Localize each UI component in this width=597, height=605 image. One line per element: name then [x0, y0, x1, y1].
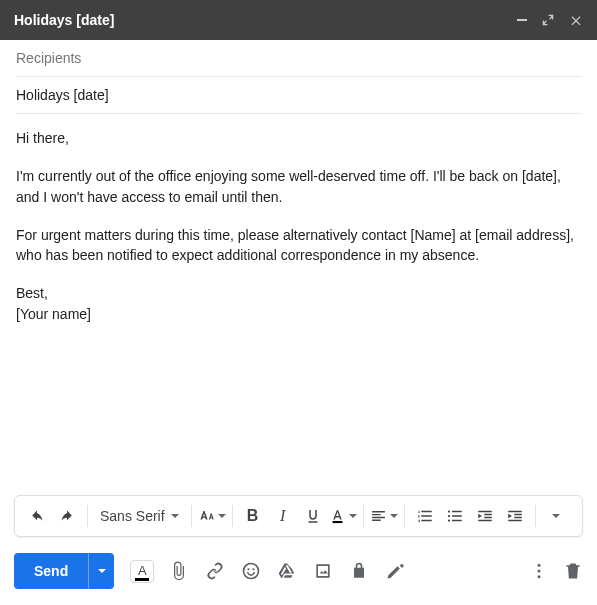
drive-icon [277, 561, 297, 581]
toolbar-separator [535, 505, 536, 527]
svg-point-4 [244, 564, 259, 579]
toolbar-separator [191, 505, 192, 527]
font-family-select[interactable]: Sans Serif [94, 501, 185, 531]
lock-clock-icon [349, 561, 369, 581]
insert-link-button[interactable] [204, 560, 226, 582]
pen-icon [385, 561, 405, 581]
body-closing: Best, [Your name] [16, 283, 581, 324]
compose-title: Holidays [date] [14, 12, 517, 28]
insert-signature-button[interactable] [384, 560, 406, 582]
chevron-down-icon [218, 514, 226, 518]
send-group: Send [14, 553, 114, 589]
send-options-button[interactable] [88, 553, 114, 589]
send-button[interactable]: Send [14, 553, 88, 589]
letter-a-icon: A [138, 564, 147, 577]
discard-draft-button[interactable] [563, 561, 583, 581]
text-color-button[interactable] [329, 501, 357, 531]
svg-point-6 [253, 568, 255, 570]
insert-photo-button[interactable] [312, 560, 334, 582]
chevron-down-icon [552, 514, 560, 518]
insert-emoji-button[interactable] [240, 560, 262, 582]
numbered-list-button[interactable] [411, 501, 439, 531]
toolbar-separator [87, 505, 88, 527]
font-family-label: Sans Serif [100, 508, 165, 524]
svg-point-7 [538, 564, 541, 567]
formatting-toggle-button[interactable]: A [130, 560, 154, 583]
subject-field[interactable]: Holidays [date] [16, 77, 581, 114]
compose-header: Holidays [date] [0, 0, 597, 40]
bold-button[interactable]: B [239, 501, 267, 531]
italic-button[interactable]: I [269, 501, 297, 531]
message-body[interactable]: Hi there, I'm currently out of the offic… [0, 114, 597, 495]
bottom-bar: Send A [0, 547, 597, 605]
paperclip-icon [169, 561, 189, 581]
link-icon [205, 561, 225, 581]
right-actions [529, 561, 583, 581]
svg-point-1 [447, 510, 449, 512]
closing-text: Best, [16, 285, 48, 301]
chevron-down-icon [171, 514, 179, 518]
minimize-icon[interactable] [517, 19, 527, 21]
svg-point-8 [538, 570, 541, 573]
body-paragraph-2: For urgent matters during this time, ple… [16, 225, 581, 266]
toolbar-separator [363, 505, 364, 527]
attach-file-button[interactable] [168, 560, 190, 582]
undo-button[interactable] [23, 501, 51, 531]
signature-text: [Your name] [16, 306, 91, 322]
svg-point-3 [447, 519, 449, 521]
more-formatting-button[interactable] [542, 501, 570, 531]
font-size-button[interactable] [198, 501, 226, 531]
image-icon [313, 561, 333, 581]
chevron-down-icon [349, 514, 357, 518]
close-icon[interactable] [569, 13, 583, 27]
recipients-field[interactable]: Recipients [16, 40, 581, 77]
underline-bar [135, 578, 149, 581]
window-controls [517, 13, 583, 27]
align-button[interactable] [370, 501, 398, 531]
chevron-down-icon [390, 514, 398, 518]
body-greeting: Hi there, [16, 128, 581, 148]
compose-actions: A [130, 560, 519, 583]
toolbar-separator [232, 505, 233, 527]
emoji-icon [241, 561, 261, 581]
indent-less-button[interactable] [471, 501, 499, 531]
fullscreen-icon[interactable] [541, 13, 555, 27]
svg-point-9 [538, 575, 541, 578]
svg-point-5 [248, 568, 250, 570]
indent-more-button[interactable] [501, 501, 529, 531]
insert-drive-button[interactable] [276, 560, 298, 582]
underline-button[interactable] [299, 501, 327, 531]
formatting-toolbar: Sans Serif B I [14, 495, 583, 537]
confidential-mode-button[interactable] [348, 560, 370, 582]
fields-area: Recipients Holidays [date] [0, 40, 597, 114]
redo-button[interactable] [53, 501, 81, 531]
svg-rect-0 [332, 521, 342, 523]
body-paragraph-1: I'm currently out of the office enjoying… [16, 166, 581, 207]
svg-point-2 [447, 515, 449, 517]
chevron-down-icon [98, 569, 106, 573]
bulleted-list-button[interactable] [441, 501, 469, 531]
toolbar-separator [404, 505, 405, 527]
more-options-button[interactable] [529, 561, 549, 581]
